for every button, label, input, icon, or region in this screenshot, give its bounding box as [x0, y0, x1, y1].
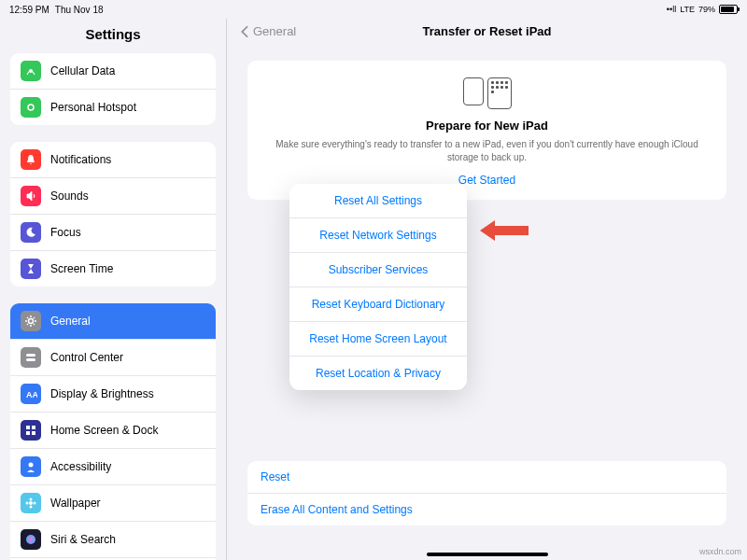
battery-icon [719, 5, 738, 14]
svg-rect-8 [32, 431, 35, 435]
svg-point-1 [29, 319, 34, 324]
svg-point-10 [29, 501, 33, 505]
moon-icon [21, 222, 41, 243]
antenna-icon [21, 61, 41, 81]
status-date: Thu Nov 18 [55, 5, 104, 15]
svg-point-13 [26, 502, 29, 505]
card-description: Make sure everything's ready to transfer… [268, 138, 706, 164]
reset-network-settings[interactable]: Reset Network Settings [289, 218, 467, 253]
sidebar-item-wallpaper[interactable]: Wallpaper [10, 485, 216, 522]
annotation-arrow-icon [480, 220, 529, 245]
reset-keyboard-dictionary[interactable]: Reset Keyboard Dictionary [289, 287, 467, 322]
sidebar-item-label: Display & Brightness [50, 387, 154, 400]
back-label: General [253, 24, 296, 38]
sidebar-item-siri-search[interactable]: Siri & Search [10, 522, 216, 558]
sidebar-item-control-center[interactable]: Control Center [10, 340, 216, 376]
carrier-label: LTE [680, 5, 695, 14]
reset-section: Reset Erase All Content and Settings [247, 461, 726, 525]
sidebar-item-home-screen-dock[interactable]: Home Screen & Dock [10, 413, 216, 449]
settings-sidebar: Settings Cellular DataPersonal Hotspot N… [0, 19, 227, 560]
sidebar-item-label: Personal Hotspot [50, 101, 136, 114]
erase-all-button[interactable]: Erase All Content and Settings [247, 494, 726, 525]
svg-point-11 [30, 498, 33, 501]
reset-location-privacy[interactable]: Reset Location & Privacy [289, 357, 467, 390]
reset-button[interactable]: Reset [247, 461, 726, 494]
reset-home-screen-layout[interactable]: Reset Home Screen Layout [289, 322, 467, 357]
sidebar-item-label: General [50, 315, 91, 328]
sidebar-item-display-brightness[interactable]: AADisplay & Brightness [10, 376, 216, 413]
reset-all-settings[interactable]: Reset All Settings [289, 184, 467, 218]
sidebar-item-screen-time[interactable]: Screen Time [10, 251, 216, 287]
svg-rect-7 [26, 431, 30, 435]
sidebar-item-label: Sounds [50, 189, 89, 203]
svg-point-14 [34, 502, 36, 505]
status-time: 12:59 PM [9, 5, 49, 15]
reset-popover: Reset All Settings Reset Network Setting… [289, 184, 467, 390]
sidebar-item-personal-hotspot[interactable]: Personal Hotspot [10, 90, 216, 125]
hourglass-icon [21, 259, 41, 279]
sidebar-item-label: Screen Time [50, 262, 113, 275]
prepare-card: Prepare for New iPad Make sure everythin… [247, 61, 726, 200]
sidebar-item-label: Siri & Search [50, 533, 116, 546]
switches-icon [21, 347, 41, 368]
grid-icon [21, 420, 41, 441]
sidebar-item-label: Accessibility [50, 460, 111, 473]
page-title: Transfer or Reset iPad [423, 24, 552, 38]
svg-rect-3 [26, 358, 35, 361]
aa-icon: AA [21, 384, 41, 404]
ipad-transfer-icon [268, 77, 706, 109]
home-indicator[interactable] [427, 553, 548, 556]
sidebar-item-focus[interactable]: Focus [10, 215, 216, 251]
sidebar-item-label: Notifications [50, 153, 111, 166]
status-bar: 12:59 PM Thu Nov 18 ••ll LTE 79% [0, 0, 747, 19]
bell-icon [21, 149, 41, 170]
sidebar-item-label: Wallpaper [50, 497, 101, 510]
siri-icon [21, 529, 41, 550]
speaker-icon [21, 186, 41, 206]
link-icon [21, 97, 41, 118]
sidebar-item-notifications[interactable]: Notifications [10, 142, 216, 178]
gear-icon [21, 311, 41, 331]
watermark: wsxdn.com [699, 547, 741, 556]
sidebar-item-label: Control Center [50, 351, 123, 364]
flower-icon [21, 493, 41, 513]
card-title: Prepare for New iPad [268, 119, 706, 133]
svg-rect-6 [32, 426, 35, 429]
person-icon [21, 456, 41, 477]
sidebar-item-accessibility[interactable]: Accessibility [10, 449, 216, 485]
svg-point-12 [30, 506, 33, 509]
svg-text:AA: AA [26, 390, 37, 399]
chevron-left-icon [240, 25, 249, 38]
sidebar-item-label: Home Screen & Dock [50, 424, 158, 437]
sidebar-item-label: Focus [50, 226, 81, 239]
back-button[interactable]: General [240, 24, 296, 38]
svg-rect-5 [26, 426, 30, 429]
svg-rect-2 [26, 354, 35, 357]
sidebar-item-cellular-data[interactable]: Cellular Data [10, 53, 216, 90]
sidebar-item-sounds[interactable]: Sounds [10, 178, 216, 215]
sidebar-title: Settings [0, 19, 226, 53]
signal-icon: ••ll [667, 5, 676, 14]
battery-label: 79% [698, 5, 715, 14]
svg-point-15 [26, 535, 35, 544]
sidebar-item-general[interactable]: General [10, 303, 216, 340]
subscriber-services[interactable]: Subscriber Services [289, 253, 467, 287]
svg-point-9 [29, 463, 34, 468]
sidebar-item-label: Cellular Data [50, 64, 115, 77]
